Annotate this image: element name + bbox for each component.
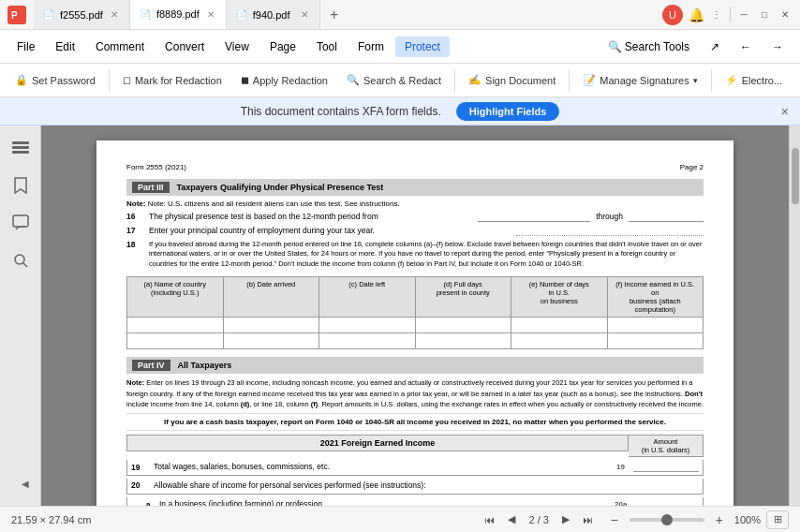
sidebar-collapse-button[interactable]: ◀ bbox=[10, 468, 40, 498]
menu-convert[interactable]: Convert bbox=[156, 37, 214, 57]
apply-redaction-button[interactable]: ◼ Apply Redaction bbox=[233, 70, 335, 90]
zoom-out-button[interactable]: − bbox=[605, 510, 624, 529]
tab-f8889[interactable]: 📄 f8889.pdf ✕ bbox=[130, 0, 227, 29]
zoom-slider[interactable] bbox=[630, 518, 704, 522]
table-cell-1b[interactable] bbox=[224, 318, 320, 332]
field-input-16a[interactable] bbox=[478, 212, 590, 222]
mark-redaction-button[interactable]: ◻ Mark for Redaction bbox=[115, 70, 230, 90]
user-avatar[interactable]: U bbox=[662, 5, 683, 25]
statusbar: 21.59 × 27.94 cm ⏮ ◀ 2 / 3 ▶ ⏭ − + 100% … bbox=[0, 506, 800, 532]
travel-table: (a) Name of country(including U.S.) (b) … bbox=[126, 276, 704, 349]
sidebar-bookmark-icon[interactable] bbox=[6, 170, 36, 200]
restore-btn[interactable]: □ bbox=[757, 7, 772, 22]
menu-search-tools[interactable]: 🔍 Search Tools bbox=[599, 37, 700, 57]
close-btn[interactable]: ✕ bbox=[778, 7, 793, 22]
menu-protect[interactable]: Protect bbox=[395, 37, 450, 57]
field-num-20: 20 bbox=[131, 480, 154, 490]
set-password-button[interactable]: 🔒 Set Password bbox=[7, 70, 103, 90]
toolbar-separator-4 bbox=[711, 69, 712, 92]
sidebar-comment-icon[interactable] bbox=[6, 208, 36, 238]
tab-close-f940[interactable]: ✕ bbox=[299, 7, 310, 22]
table-col-b: (b) Date arrived bbox=[224, 277, 320, 317]
table-cell-2a[interactable] bbox=[127, 333, 224, 348]
notification-close-button[interactable]: × bbox=[781, 104, 789, 119]
fit-page-button[interactable]: ⊞ bbox=[766, 510, 789, 529]
menu-tool[interactable]: Tool bbox=[307, 37, 347, 57]
tab-close-f2555[interactable]: ✕ bbox=[109, 7, 120, 22]
page-number: Page 2 bbox=[680, 163, 704, 171]
form-title: Form 2555 (2021) bbox=[126, 163, 186, 171]
nav-first-page[interactable]: ⏮ bbox=[480, 510, 498, 529]
nav-prev-page[interactable]: ◀ bbox=[502, 510, 521, 529]
menu-edit[interactable]: Edit bbox=[46, 37, 84, 57]
electronic-button[interactable]: ⚡ Electro... bbox=[718, 70, 790, 90]
highlight-fields-button[interactable]: Highlight Fields bbox=[456, 102, 560, 121]
svg-rect-4 bbox=[12, 151, 29, 154]
table-cell-2b[interactable] bbox=[224, 333, 320, 348]
menu-file[interactable]: File bbox=[7, 37, 44, 57]
menu-back[interactable]: ← bbox=[731, 37, 761, 57]
table-cell-2f[interactable] bbox=[608, 333, 704, 348]
part3-title: Taxpayers Qualifying Under Physical Pres… bbox=[177, 183, 384, 192]
manage-signatures-button[interactable]: 📝 Manage Signatures ▾ bbox=[575, 70, 704, 90]
sidebar-layers-icon[interactable] bbox=[6, 133, 36, 163]
page-indicator: 2 / 3 bbox=[528, 514, 548, 525]
field-row-18: 18 If you traveled abroad during the 12-… bbox=[126, 240, 704, 270]
menu-share[interactable]: ↗ bbox=[701, 37, 729, 57]
field-input-19[interactable] bbox=[633, 462, 699, 472]
menu-form[interactable]: Form bbox=[348, 37, 393, 57]
table-cell-2e[interactable] bbox=[511, 333, 608, 348]
table-col-f: (f) Income earned in U.S. onbusiness (at… bbox=[608, 277, 704, 317]
page-navigation: ⏮ ◀ 2 / 3 ▶ ⏭ bbox=[480, 510, 597, 529]
menu-view[interactable]: View bbox=[215, 37, 259, 57]
toolbar-separator-2 bbox=[454, 69, 455, 92]
scroll-thumb[interactable] bbox=[792, 148, 799, 204]
svg-rect-3 bbox=[12, 146, 29, 149]
tab-f2555[interactable]: 📄 f2555.pdf ✕ bbox=[34, 0, 130, 29]
field-num-18: 18 bbox=[126, 240, 149, 249]
table-cell-2d[interactable] bbox=[416, 333, 512, 348]
menu-page[interactable]: Page bbox=[260, 37, 305, 57]
field-num-19: 19 bbox=[131, 463, 154, 472]
table-cell-1e[interactable] bbox=[511, 318, 608, 332]
chevron-down-icon: ▾ bbox=[693, 76, 698, 85]
table-cell-1f[interactable] bbox=[608, 318, 704, 332]
part4-title: All Taxpayers bbox=[178, 361, 232, 370]
field-label-17: Enter your principal country of employme… bbox=[149, 226, 516, 237]
svg-rect-2 bbox=[12, 141, 29, 144]
field-through-16: through bbox=[596, 212, 623, 221]
menu-forward[interactable]: → bbox=[763, 37, 793, 57]
nav-next-page[interactable]: ▶ bbox=[556, 510, 575, 529]
minimize-btn[interactable]: ─ bbox=[736, 7, 751, 22]
part3-label: Part III bbox=[132, 182, 170, 193]
new-tab-button[interactable]: + bbox=[320, 0, 348, 29]
notification-btn[interactable]: 🔔 bbox=[689, 7, 704, 22]
field-input-17[interactable] bbox=[516, 226, 704, 236]
nav-last-page[interactable]: ⏭ bbox=[579, 510, 598, 529]
sign-document-button[interactable]: ✍ Sign Document bbox=[461, 70, 563, 90]
zoom-level: 100% bbox=[734, 514, 761, 525]
zoom-in-button[interactable]: + bbox=[710, 510, 729, 529]
travel-table-header: (a) Name of country(including U.S.) (b) … bbox=[126, 276, 704, 318]
menu-comment[interactable]: Comment bbox=[86, 37, 154, 57]
table-cell-1d[interactable] bbox=[416, 318, 512, 332]
redact-mark-icon: ◻ bbox=[123, 74, 131, 86]
table-cell-1a[interactable] bbox=[127, 318, 224, 332]
field-label-20a: In a business (including farming) or pro… bbox=[159, 499, 615, 506]
zoom-thumb[interactable] bbox=[661, 514, 673, 525]
more-options-btn[interactable]: ⋮ bbox=[709, 7, 724, 22]
tab-f940[interactable]: 📄 f940.pdf ✕ bbox=[227, 0, 320, 29]
field-input-16b[interactable] bbox=[629, 212, 704, 222]
table-cell-2c[interactable] bbox=[319, 333, 416, 348]
zoom-controls: − + 100% ⊞ bbox=[605, 510, 789, 529]
sidebar-search-icon[interactable] bbox=[6, 245, 36, 275]
part3-header: Part III Taxpayers Qualifying Under Phys… bbox=[126, 179, 704, 196]
tab-close-f8889[interactable]: ✕ bbox=[205, 7, 216, 22]
table-cell-1c[interactable] bbox=[319, 318, 416, 332]
search-redact-button[interactable]: 🔍 Search & Redact bbox=[339, 70, 449, 90]
field-input-20a[interactable] bbox=[633, 499, 699, 506]
right-scrollbar[interactable] bbox=[789, 126, 800, 506]
field-row-20: 20 Allowable share of income for persona… bbox=[126, 479, 704, 495]
pdf-viewer[interactable]: Form 2555 (2021) Page 2 Part III Taxpaye… bbox=[41, 126, 789, 506]
search-icon: 🔍 bbox=[608, 40, 622, 53]
